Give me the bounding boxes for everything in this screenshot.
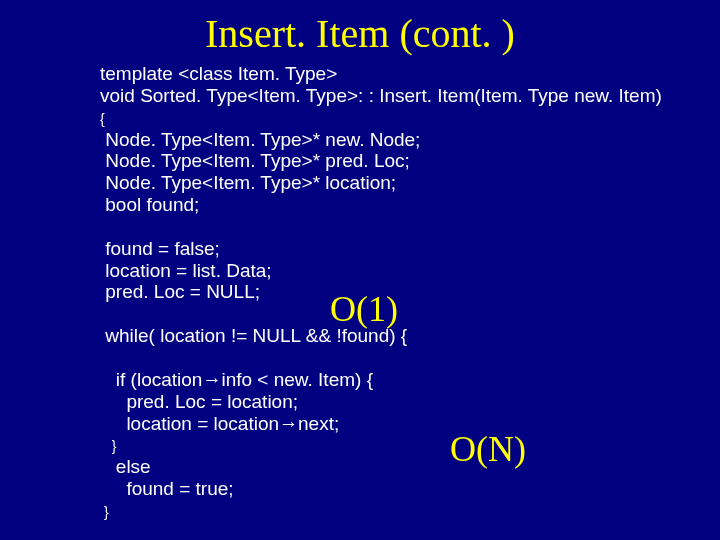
code-line-1: template <class Item. Type>	[100, 63, 337, 84]
code-line-15: }	[100, 438, 116, 454]
code-line-7: bool found;	[100, 194, 199, 215]
code-line-9: location = list. Data;	[100, 260, 272, 281]
code-line-14b: next;	[298, 413, 339, 434]
complexity-on: O(N)	[450, 428, 526, 470]
complexity-o1: O(1)	[330, 288, 398, 330]
slide-title: Insert. Item (cont. )	[0, 0, 720, 63]
code-line-17: found = true;	[100, 478, 234, 499]
code-line-12a: if (location	[100, 369, 202, 390]
code-line-8: found = false;	[100, 238, 220, 259]
code-line-6: Node. Type<Item. Type>* location;	[100, 172, 396, 193]
code-line-4: Node. Type<Item. Type>* new. Node;	[100, 129, 420, 150]
code-line-18: }	[100, 504, 109, 520]
arrow-icon: →	[202, 369, 221, 390]
arrow-icon: →	[279, 413, 298, 434]
code-line-12b: info < new. Item) {	[221, 369, 373, 390]
slide: Insert. Item (cont. ) template <class It…	[0, 0, 720, 540]
code-line-2: void Sorted. Type<Item. Type>: : Insert.…	[100, 85, 662, 106]
code-line-10: pred. Loc = NULL;	[100, 281, 260, 302]
code-line-14a: location = location	[100, 413, 279, 434]
code-line-13: pred. Loc = location;	[100, 391, 298, 412]
code-line-3: {	[100, 111, 105, 127]
code-line-16: else	[100, 456, 151, 477]
code-line-5: Node. Type<Item. Type>* pred. Loc;	[100, 150, 410, 171]
